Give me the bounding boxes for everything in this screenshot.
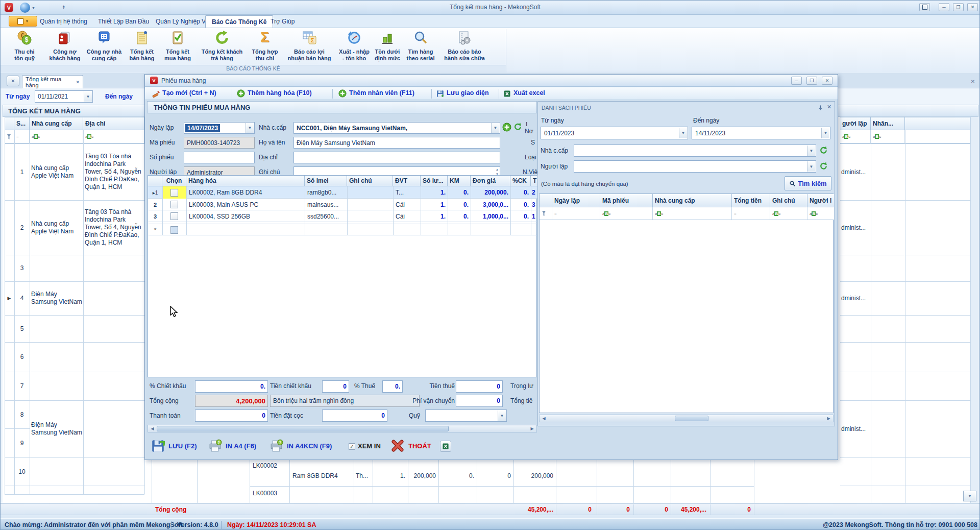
cell-price[interactable]: 200,000. bbox=[471, 186, 508, 199]
tab-close-icon[interactable]: ✕ bbox=[76, 80, 80, 85]
row-no[interactable]: 4 bbox=[14, 281, 30, 315]
ship-input[interactable]: 0 bbox=[456, 395, 503, 407]
supplier-combo[interactable]: NCC001, Điện Máy Samsung VietNam, ▼ bbox=[293, 122, 500, 134]
cell-item-code[interactable]: LK00002 bbox=[253, 462, 277, 469]
dialog-close-button[interactable]: ✕ bbox=[822, 77, 832, 85]
items-col-dongia[interactable]: Đơn giá bbox=[471, 176, 510, 186]
cell-km[interactable]: 0. bbox=[448, 199, 469, 210]
panel-col-ghichu[interactable]: Ghi chú bbox=[770, 194, 807, 207]
cell-t[interactable]: 2 bbox=[532, 186, 535, 199]
quick-access-icon[interactable]: ⇟ bbox=[62, 5, 66, 10]
row-checkbox[interactable] bbox=[170, 226, 178, 234]
export-excel-button[interactable]: Xuất excel bbox=[513, 89, 545, 97]
items-col-dvt[interactable]: ĐVT bbox=[393, 176, 421, 186]
main-col-supplier[interactable]: Nhà cung cấp bbox=[30, 117, 83, 130]
row-no[interactable]: 7 bbox=[14, 372, 30, 400]
row-supplier[interactable]: Nhà cung cấp Apple Việt Nam bbox=[31, 200, 82, 255]
main-from-date-input[interactable]: 01/11/2021 ▼ bbox=[35, 90, 93, 103]
background-combo-arrow[interactable]: ▼ bbox=[963, 491, 976, 501]
row-supplier[interactable]: Điện Máy Samsung VietNam bbox=[31, 400, 82, 457]
ck-pct-input[interactable]: 0. bbox=[195, 380, 268, 393]
supplier-add-icon[interactable] bbox=[502, 123, 511, 133]
items-col-hanghoa[interactable]: Hàng hóa bbox=[186, 176, 305, 186]
close-button[interactable]: ✕ bbox=[967, 3, 978, 11]
items-new-row[interactable]: * bbox=[148, 224, 537, 235]
main-filter-supplier[interactable]: aBc bbox=[30, 130, 83, 143]
cell-price[interactable]: 3,000,0... bbox=[471, 199, 508, 210]
main-filter-staff[interactable]: aBc bbox=[871, 130, 905, 143]
row-checkbox[interactable] bbox=[170, 212, 178, 220]
cell-qty[interactable]: 1. bbox=[421, 199, 446, 210]
tax-amt-input[interactable]: 0 bbox=[456, 380, 503, 393]
main-col-creator[interactable]: gười lập bbox=[840, 117, 871, 130]
row-address[interactable]: Tầng 03 Tòa nhà Indochina Park Tower, Số… bbox=[85, 143, 144, 200]
dialog-minimize-button[interactable]: ─ bbox=[791, 77, 802, 85]
cell-dvt[interactable]: T... bbox=[396, 186, 404, 199]
cell-km[interactable]: 0. bbox=[448, 210, 469, 222]
row-creator[interactable]: dminist... bbox=[841, 143, 870, 200]
items-row-2[interactable]: 2 LK00003, Main ASUS PC mainsaus... Cái … bbox=[148, 199, 537, 210]
panel-hscrollbar[interactable]: ◀ ▶ bbox=[539, 415, 834, 422]
cell-dvt[interactable]: Cái bbox=[396, 199, 405, 210]
cell-ck[interactable]: 0. bbox=[510, 186, 529, 199]
row-no[interactable]: 9 bbox=[14, 428, 30, 457]
combo-dropdown-icon[interactable]: ▼ bbox=[807, 161, 815, 172]
search-button[interactable]: Tìm kiếm bbox=[785, 176, 831, 190]
app-menu-button[interactable]: ▼ bbox=[9, 16, 37, 27]
save-button[interactable]: LƯU (F2) bbox=[168, 442, 197, 450]
scroll-right-icon[interactable]: ▶ bbox=[825, 415, 832, 422]
row-select-cell[interactable] bbox=[162, 224, 186, 236]
scroll-right-icon[interactable]: ▶ bbox=[528, 425, 536, 432]
menu-tab-quan-tri[interactable]: Quản trị hệ thống bbox=[35, 16, 92, 27]
supplier-refresh-icon[interactable] bbox=[513, 123, 522, 133]
excel-mini-button[interactable] bbox=[440, 441, 451, 452]
cell-imei[interactable]: mainsaus... bbox=[307, 199, 338, 210]
panel-col-ncc[interactable]: Nhà cung cấp bbox=[653, 194, 732, 207]
panel-filter-ngaylap[interactable]: = bbox=[552, 207, 600, 220]
cell-price[interactable]: 1,000,0... bbox=[471, 210, 508, 222]
scroll-left-icon[interactable]: ◀ bbox=[540, 415, 548, 422]
panel-to-date-input[interactable]: 14/11/2023 ▼ bbox=[692, 127, 830, 139]
add-item-button[interactable]: Thêm hàng hóa (F10) bbox=[248, 89, 312, 97]
date-input[interactable]: 14/07/2023 ▼ bbox=[184, 122, 255, 134]
tab-bar-close-icon[interactable]: ✕ bbox=[968, 77, 977, 86]
tax-pct-input[interactable]: 0. bbox=[382, 380, 403, 393]
panel-filter-tongtien[interactable]: = bbox=[732, 207, 770, 220]
row-checkbox[interactable] bbox=[170, 189, 178, 197]
tab-tong-ket-mua-hang[interactable]: Tổng kết mua hàng ✕ bbox=[22, 75, 83, 88]
items-col-soluong[interactable]: Số lư... bbox=[421, 176, 448, 186]
items-row-3[interactable]: 3 LK00004, SSD 256GB ssd25600... Cái 1. … bbox=[148, 210, 537, 222]
ck-amt-input[interactable]: 0 bbox=[322, 380, 349, 393]
panel-filter-marker[interactable] bbox=[540, 207, 552, 220]
row-creator[interactable]: dminist... bbox=[841, 200, 870, 255]
cell-item-code[interactable]: LK00003 bbox=[253, 490, 277, 497]
row-supplier[interactable]: Điện Máy Samsung VietNam bbox=[31, 281, 82, 315]
panel-creator-combo[interactable]: ▼ bbox=[574, 160, 816, 173]
preview-checkbox[interactable]: ✓ bbox=[349, 443, 355, 450]
main-col-staff[interactable]: Nhân... bbox=[871, 117, 905, 130]
calendar-dropdown-icon[interactable]: ▼ bbox=[821, 128, 829, 138]
scroll-thumb[interactable] bbox=[675, 416, 708, 421]
fullname-input[interactable]: Điện Máy Samsung VietNam bbox=[293, 137, 500, 149]
panel-col-ngaylap[interactable]: Ngày lập bbox=[552, 194, 600, 207]
panel-filter-ghichu[interactable]: aBc bbox=[770, 207, 807, 220]
panel-filter-maphieu[interactable]: aBc bbox=[600, 207, 653, 220]
panel-creator-refresh-icon[interactable] bbox=[819, 162, 828, 172]
calendar-dropdown-icon[interactable]: ▼ bbox=[84, 91, 92, 102]
row-no[interactable]: 6 bbox=[14, 342, 30, 372]
cell-name[interactable]: LK00004, SSD 256GB bbox=[189, 210, 250, 222]
items-col-t[interactable]: T bbox=[531, 176, 537, 186]
panel-supplier-refresh-icon[interactable] bbox=[819, 146, 828, 156]
combo-dropdown-icon[interactable]: ▼ bbox=[807, 146, 815, 156]
scroll-left-icon[interactable]: ◀ bbox=[149, 425, 156, 432]
number-input[interactable] bbox=[184, 152, 255, 163]
cell-item-total[interactable]: 200,000 bbox=[513, 472, 553, 479]
row-select-cell[interactable] bbox=[162, 199, 186, 210]
panel-col-tongtien[interactable]: Tổng tiền bbox=[732, 194, 770, 207]
row-supplier[interactable]: Nhà cung cấp Apple Việt Nam bbox=[31, 143, 82, 200]
row-no[interactable]: 2 bbox=[14, 200, 30, 255]
calendar-dropdown-icon[interactable]: ▼ bbox=[246, 123, 254, 133]
orb-dropdown-icon[interactable]: ▼ bbox=[32, 6, 35, 10]
cell-imei[interactable]: ssd25600... bbox=[307, 210, 339, 222]
cell-t[interactable]: 1 bbox=[532, 210, 535, 222]
